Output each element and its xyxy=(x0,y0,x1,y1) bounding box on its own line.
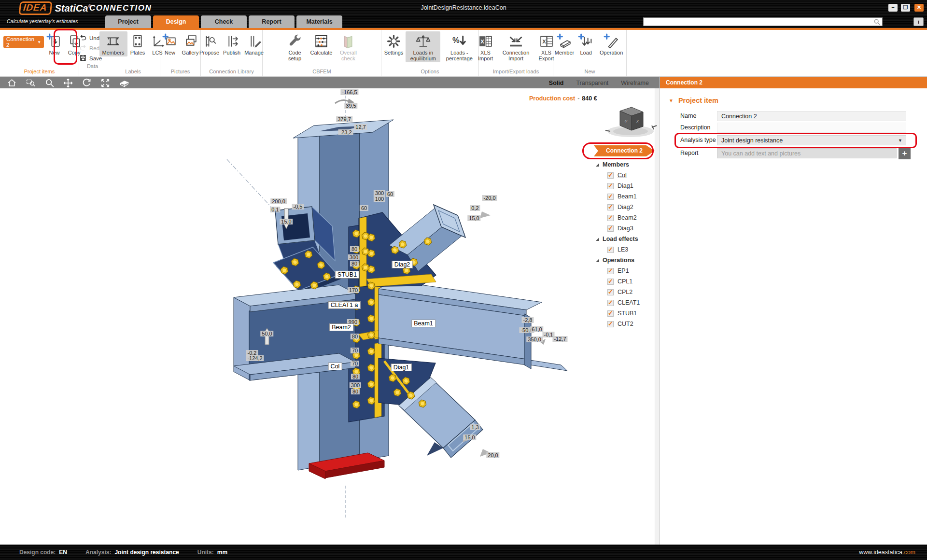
ribbon-button-new-operation[interactable]: Operation xyxy=(596,31,626,56)
tree-group-members[interactable]: Members xyxy=(594,159,655,170)
info-button[interactable]: i xyxy=(913,17,924,26)
section-collapse-icon[interactable]: ▼ xyxy=(669,98,674,103)
tab-materials[interactable]: Materials xyxy=(296,15,342,28)
tree-item-cleat1[interactable]: CLEAT1 xyxy=(594,297,655,308)
svg-text:X: X xyxy=(542,38,546,44)
add-report-button[interactable]: + xyxy=(899,148,911,159)
ribbon-button-new-load[interactable]: Load xyxy=(576,31,595,56)
render-mode-wireframe[interactable]: Wireframe xyxy=(621,80,649,86)
analysis-type-dropdown[interactable]: Joint design resistance ▼ xyxy=(717,135,906,145)
checkbox-checked-icon[interactable] xyxy=(607,289,614,295)
member-label-cleat1-a[interactable]: CLEAT1 a xyxy=(328,301,361,309)
ribbon-button-connection-selector[interactable]: Connection 2▼ xyxy=(3,36,44,48)
tree-item-ep1[interactable]: EP1 xyxy=(594,266,655,276)
member-label-stub1[interactable]: STUB1 xyxy=(335,271,359,279)
checkbox-checked-icon[interactable] xyxy=(607,172,614,179)
ribbon-button-loads-in-equilibrium[interactable]: Loads in equilibrium xyxy=(406,31,440,62)
checkbox-checked-icon[interactable] xyxy=(607,194,614,200)
project-item-section[interactable]: ▼ Project item xyxy=(669,97,718,104)
tree-item-diag1[interactable]: Diag1 xyxy=(594,181,655,191)
checkbox-checked-icon[interactable] xyxy=(607,183,614,189)
maximize-button[interactable]: ❒ xyxy=(901,4,910,12)
ribbon-button-new-member[interactable]: Member xyxy=(553,31,576,56)
ribbon-button-loads-percentage[interactable]: %Loads - percentage xyxy=(441,31,477,62)
checkbox-checked-icon[interactable] xyxy=(607,247,614,253)
render-mode-solid[interactable]: Solid xyxy=(549,80,564,86)
website-link[interactable]: www.ideastatica.com xyxy=(859,549,915,556)
tree-item-beam2[interactable]: Beam2 xyxy=(594,212,655,223)
tree-item-diag2[interactable]: Diag2 xyxy=(594,202,655,212)
dimension-label: 0,2 xyxy=(470,205,480,211)
render-mode-transparent[interactable]: Transparent xyxy=(576,80,608,86)
ribbon-button-labels-members[interactable]: Members xyxy=(99,31,127,56)
tab-report[interactable]: Report xyxy=(249,15,295,28)
ribbon-button-code-setup[interactable]: Code setup xyxy=(282,31,308,62)
checkbox-checked-icon[interactable] xyxy=(607,310,614,317)
tree-item-col[interactable]: Col xyxy=(594,170,655,181)
ribbon-button-save[interactable]: Save xyxy=(79,54,102,63)
tree-item-cpl1[interactable]: CPL1 xyxy=(594,276,655,287)
tree-group-operations[interactable]: Operations xyxy=(594,255,655,266)
checkbox-checked-icon[interactable] xyxy=(607,225,614,232)
clipping-box-icon[interactable] xyxy=(119,78,130,88)
description-field[interactable] xyxy=(717,123,906,133)
ribbon-button-library-propose[interactable]: Propose xyxy=(198,31,221,56)
ribbon-button-overall-check: Overall check xyxy=(335,31,362,62)
minimize-button[interactable]: – xyxy=(888,4,898,12)
expander-icon[interactable] xyxy=(596,259,599,262)
ribbon-button-new-project-item[interactable]: New xyxy=(45,31,64,56)
zoom-icon[interactable] xyxy=(44,78,55,88)
checkbox-checked-icon[interactable] xyxy=(607,300,614,306)
ribbon-button-calculate[interactable]: Calculate xyxy=(309,31,334,56)
pan-icon[interactable] xyxy=(63,78,73,88)
members-icon xyxy=(105,32,121,50)
tree-item-stub1[interactable]: STUB1 xyxy=(594,308,655,319)
report-field[interactable]: You can add text and pictures xyxy=(717,148,897,158)
ribbon-button-library-manage[interactable]: Manage xyxy=(243,31,265,56)
search-input[interactable] xyxy=(645,18,871,26)
expander-icon[interactable] xyxy=(596,163,599,167)
ribbon-button-picture-new[interactable]: New xyxy=(161,31,180,56)
tab-project[interactable]: Project xyxy=(105,15,151,28)
member-label-col[interactable]: Col xyxy=(328,363,342,370)
checkbox-checked-icon[interactable] xyxy=(607,321,614,327)
ribbon-button-connection-import[interactable]: Connection Import xyxy=(499,31,534,62)
navigation-cube[interactable]: -Y X xyxy=(602,102,660,141)
member-label-beam2[interactable]: Beam2 xyxy=(329,323,353,331)
tree-item-beam1[interactable]: Beam1 xyxy=(594,191,655,202)
ribbon-button-picture-gallery[interactable]: Gallery xyxy=(181,31,200,56)
checkbox-checked-icon[interactable] xyxy=(607,268,614,274)
checkbox-checked-icon[interactable] xyxy=(607,204,614,210)
rotate-icon[interactable] xyxy=(82,78,92,88)
member-label-beam1[interactable]: Beam1 xyxy=(411,320,435,327)
expander-icon[interactable] xyxy=(596,238,599,241)
ribbon-button-settings[interactable]: Settings xyxy=(383,31,405,56)
ribbon-group-project-items: Connection 2▼NewCopyProject items xyxy=(0,30,79,76)
close-button[interactable]: ✕ xyxy=(914,4,924,12)
home-view-icon[interactable] xyxy=(7,78,17,88)
tree-item-le3[interactable]: LE3 xyxy=(594,244,655,255)
manage-icon xyxy=(246,32,262,50)
tree-root-connection[interactable]: Connection 2 xyxy=(594,145,655,156)
project-tree: Connection 2MembersColDiag1Beam1Diag2Bea… xyxy=(594,145,655,329)
tab-design[interactable]: Design xyxy=(153,15,199,28)
viewport-3d[interactable]: Production cost-840 € -Y X -166,539,5379… xyxy=(0,88,660,545)
tree-group-load-effects[interactable]: Load effects xyxy=(594,234,655,244)
tree-item-cpl2[interactable]: CPL2 xyxy=(594,287,655,297)
ribbon-button-labels-plates[interactable]: Plates xyxy=(128,31,147,56)
name-field[interactable]: Connection 2 xyxy=(717,111,906,121)
tree-item-diag3[interactable]: Diag3 xyxy=(594,223,655,234)
ribbon-button-library-publish[interactable]: Publish xyxy=(222,31,242,56)
ribbon-button-xls-import[interactable]: XXLS Import xyxy=(474,31,498,62)
checkbox-checked-icon[interactable] xyxy=(607,215,614,221)
tree-item-cut2[interactable]: CUT2 xyxy=(594,319,655,329)
zoom-window-icon[interactable] xyxy=(25,78,36,88)
member-label-diag2[interactable]: Diag2 xyxy=(392,261,413,268)
member-label-diag1[interactable]: Diag1 xyxy=(391,364,412,371)
zoom-fit-icon[interactable] xyxy=(100,78,111,88)
ribbon-group-caption: Data xyxy=(79,63,106,71)
search-icon[interactable] xyxy=(873,18,881,28)
panel-scrollbar[interactable] xyxy=(655,88,660,545)
tab-check[interactable]: Check xyxy=(201,15,247,28)
checkbox-checked-icon[interactable] xyxy=(607,279,614,285)
